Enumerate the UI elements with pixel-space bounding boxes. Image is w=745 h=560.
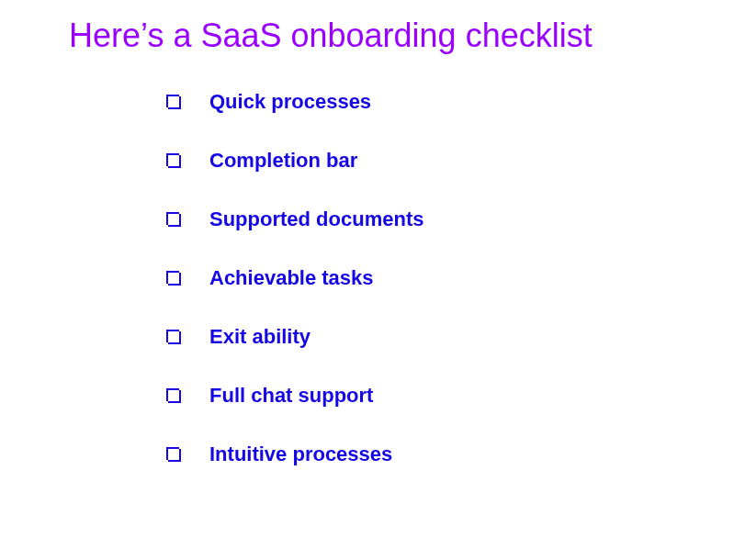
checkbox-icon (165, 446, 182, 463)
checklist-item: Quick processes (165, 90, 745, 114)
checklist-item-label: Supported documents (209, 207, 423, 231)
checklist-item: Exit ability (165, 325, 745, 349)
checklist-item: Achievable tasks (165, 266, 745, 290)
checklist-item-label: Intuitive processes (209, 442, 392, 466)
checklist-item-label: Full chat support (209, 384, 373, 408)
checklist: Quick processes Completion bar Supported… (0, 90, 745, 466)
checklist-item: Full chat support (165, 384, 745, 408)
checklist-item-label: Achievable tasks (209, 266, 374, 290)
checklist-item-label: Exit ability (209, 325, 310, 349)
checklist-item-label: Quick processes (209, 90, 371, 114)
checklist-item: Intuitive processes (165, 442, 745, 466)
page-title: Here’s a SaaS onboarding checklist (0, 17, 745, 55)
checkbox-icon (165, 94, 182, 110)
checklist-item: Completion bar (165, 149, 745, 173)
checkbox-icon (165, 387, 182, 404)
checkbox-icon (165, 211, 182, 228)
checkbox-icon (165, 329, 182, 345)
checklist-item: Supported documents (165, 207, 745, 231)
checkbox-icon (165, 270, 182, 286)
checklist-item-label: Completion bar (209, 149, 357, 173)
checkbox-icon (165, 152, 182, 169)
